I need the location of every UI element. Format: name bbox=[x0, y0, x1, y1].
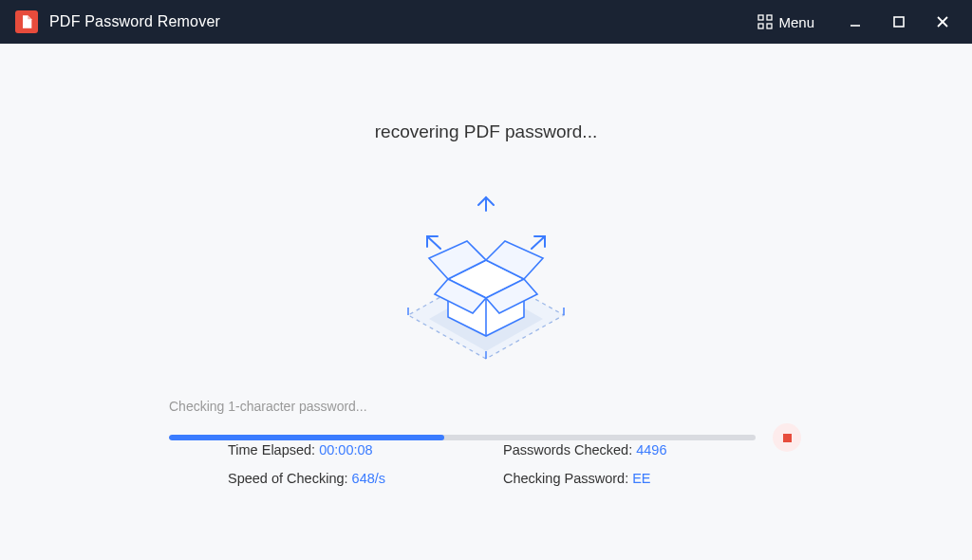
progress-text: Checking 1-character password... bbox=[169, 399, 803, 414]
window-controls bbox=[833, 0, 964, 44]
time-elapsed-value: 00:00:08 bbox=[319, 442, 372, 457]
stat-passwords-checked: Passwords Checked: 4496 bbox=[503, 442, 759, 457]
pdf-icon bbox=[19, 14, 34, 29]
current-value: EE bbox=[632, 471, 650, 486]
grid-icon bbox=[757, 14, 773, 29]
stat-speed: Speed of Checking: 648/s bbox=[228, 471, 503, 486]
close-icon bbox=[936, 15, 949, 28]
svg-rect-3 bbox=[767, 24, 772, 28]
time-elapsed-label: Time Elapsed: bbox=[228, 442, 319, 457]
stat-current-password: Checking Password: EE bbox=[503, 471, 759, 486]
svg-rect-0 bbox=[758, 15, 763, 20]
app-icon bbox=[15, 10, 38, 33]
speed-label: Speed of Checking: bbox=[228, 471, 352, 486]
stop-icon bbox=[783, 434, 792, 442]
menu-button[interactable]: Menu bbox=[748, 9, 824, 36]
close-button[interactable] bbox=[921, 0, 964, 44]
main-panel: recovering PDF password... bbox=[0, 44, 972, 560]
current-label: Checking Password: bbox=[503, 471, 632, 486]
stats-grid: Time Elapsed: 00:00:08 Passwords Checked… bbox=[228, 442, 759, 486]
minimize-button[interactable] bbox=[833, 0, 877, 44]
svg-rect-1 bbox=[767, 15, 772, 20]
menu-label: Menu bbox=[778, 14, 814, 30]
speed-value: 648/s bbox=[352, 471, 385, 486]
app-title: PDF Password Remover bbox=[49, 13, 220, 30]
status-heading: recovering PDF password... bbox=[0, 121, 972, 142]
box-illustration bbox=[372, 184, 600, 374]
progress-bar bbox=[169, 435, 756, 440]
svg-rect-5 bbox=[894, 17, 904, 27]
svg-rect-2 bbox=[758, 24, 763, 28]
stop-button[interactable] bbox=[773, 423, 801, 452]
maximize-button[interactable] bbox=[877, 0, 921, 44]
titlebar: PDF Password Remover Menu bbox=[0, 0, 972, 44]
passwords-checked-value: 4496 bbox=[636, 442, 666, 457]
passwords-checked-label: Passwords Checked: bbox=[503, 442, 636, 457]
progress-fill bbox=[169, 435, 444, 440]
stat-time-elapsed: Time Elapsed: 00:00:08 bbox=[228, 442, 503, 457]
minimize-icon bbox=[849, 15, 862, 28]
maximize-icon bbox=[892, 15, 906, 28]
